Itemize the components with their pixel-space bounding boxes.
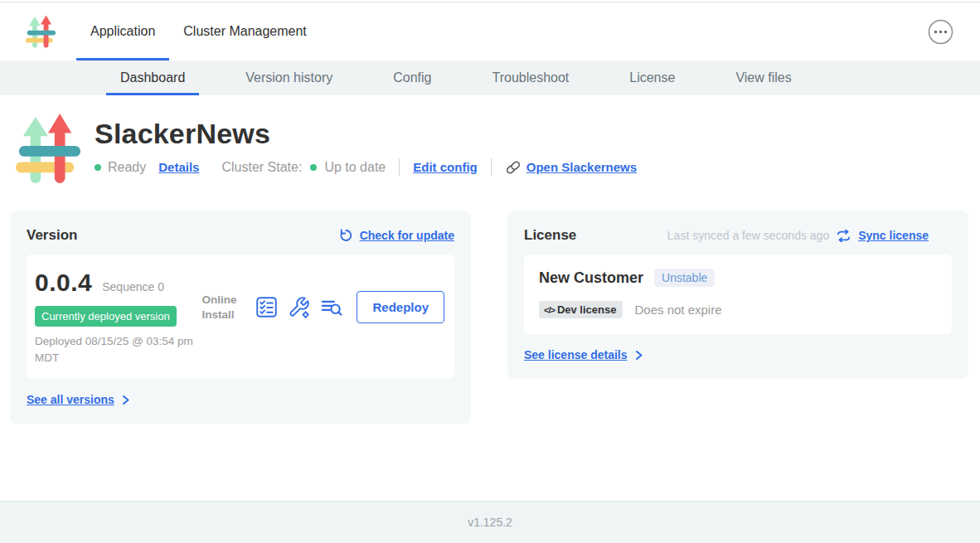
cluster-state-label: Cluster State: [221, 160, 302, 175]
app-logo-large-icon [14, 112, 82, 185]
check-for-update-link[interactable]: Check for update [360, 229, 454, 242]
app-header: SlackerNews Ready Details Cluster State:… [14, 112, 980, 185]
double-arrow-sync-icon [837, 230, 851, 242]
customer-row: New Customer Unstable [539, 269, 937, 287]
version-card-header: Version Check for update [27, 227, 454, 244]
tab-config[interactable]: Config [379, 61, 445, 95]
install-type-label: Online Install [201, 293, 243, 322]
current-version-box: 0.0.4 Sequence 0 Currently deployed vers… [27, 255, 454, 379]
dashboard-cards: Version Check for update 0.0.4 Sequence … [10, 211, 968, 424]
license-card-header: License Last synced a few seconds ago Sy… [524, 227, 952, 244]
see-all-versions-group[interactable]: See all versions [27, 393, 130, 406]
app-status-text: Ready [108, 160, 146, 175]
app-status-row: Ready Details Cluster State: Up to date … [95, 158, 637, 176]
divider [399, 158, 400, 176]
license-type-badge: </> Dev license [539, 301, 623, 318]
app-logo-icon [25, 14, 56, 49]
app-sub-navigation: Dashboard Version history Config Trouble… [0, 61, 980, 95]
tab-cluster-management[interactable]: Cluster Management [169, 2, 321, 61]
top-nav-tabs: Application Cluster Management [76, 2, 321, 61]
tab-troubleshoot[interactable]: Troubleshoot [478, 61, 583, 95]
version-number: 0.0.4 [35, 269, 92, 297]
open-slackernews-link[interactable]: Open Slackernews [526, 160, 637, 174]
divider [491, 158, 492, 176]
tab-license[interactable]: License [615, 61, 689, 95]
version-card-title: Version [27, 227, 77, 244]
customer-name: New Customer [539, 269, 643, 287]
license-expiration: Does not expire [634, 303, 721, 317]
more-menu-button[interactable] [928, 19, 953, 45]
last-synced-text: Last synced a few seconds ago [667, 229, 829, 242]
license-card-title: License [524, 227, 576, 244]
license-details-box: New Customer Unstable </> Dev license Do… [524, 255, 952, 334]
page-title: SlackerNews [95, 118, 637, 150]
tab-view-files[interactable]: View files [721, 61, 805, 95]
chevron-right-icon [121, 395, 130, 405]
deployed-version-badge: Currently deployed version [35, 306, 177, 327]
version-sequence: Sequence 0 [102, 280, 164, 293]
check-for-update-group[interactable]: Check for update [338, 228, 454, 243]
license-type-text: Dev license [557, 303, 617, 316]
details-link[interactable]: Details [158, 160, 199, 174]
channel-badge: Unstable [654, 269, 715, 287]
chain-link-icon [505, 159, 522, 176]
see-license-details-group[interactable]: See license details [524, 348, 643, 361]
footer: v1.125.2 [0, 501, 980, 543]
license-card: License Last synced a few seconds ago Sy… [507, 211, 968, 379]
app-logo-arrows-hash-svg [14, 112, 82, 185]
app-logo-arrows-hash-svg [25, 14, 56, 49]
preflight-checklist-icon[interactable] [255, 296, 278, 318]
top-navigation: Application Cluster Management [0, 2, 980, 61]
refresh-icon [338, 228, 353, 243]
console-version: v1.125.2 [468, 516, 512, 529]
see-license-details-link[interactable]: See license details [524, 348, 628, 361]
redeploy-button[interactable]: Redeploy [357, 291, 444, 323]
logs-magnifier-icon[interactable] [320, 296, 342, 318]
edit-config-link[interactable]: Edit config [413, 160, 478, 174]
tab-version-history[interactable]: Version history [231, 61, 347, 95]
open-app-group[interactable]: Open Slackernews [505, 159, 637, 176]
app-header-text: SlackerNews Ready Details Cluster State:… [95, 112, 637, 185]
deployed-timestamp: Deployed 08/15/25 @ 03:54 pm MDT [35, 333, 217, 366]
tab-dashboard[interactable]: Dashboard [106, 61, 199, 95]
ellipsis-circle-icon [928, 19, 953, 45]
version-actions: Online Install [201, 291, 444, 323]
app-status-dot [95, 164, 101, 171]
version-card: Version Check for update 0.0.4 Sequence … [10, 211, 471, 424]
wrench-gear-config-icon[interactable] [288, 296, 310, 318]
see-all-versions-link[interactable]: See all versions [27, 393, 114, 406]
license-sync-group: Last synced a few seconds ago Sync licen… [667, 229, 929, 242]
chevron-right-icon [634, 350, 643, 361]
dashboard-content: SlackerNews Ready Details Cluster State:… [0, 95, 980, 501]
tab-application[interactable]: Application [76, 2, 169, 61]
cluster-state-value: Up to date [324, 160, 386, 175]
cluster-state-dot [310, 164, 317, 171]
top-nav-spacer [321, 2, 928, 61]
license-meta-row: </> Dev license Does not expire [539, 301, 937, 318]
sync-license-link[interactable]: Sync license [858, 229, 929, 242]
code-icon: </> [544, 305, 555, 315]
